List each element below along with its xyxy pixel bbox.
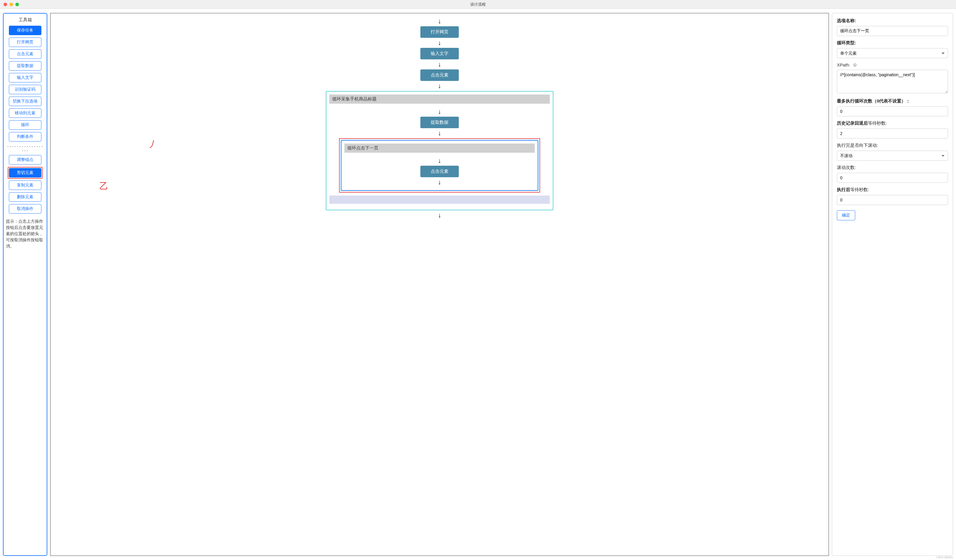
tool-copy-element[interactable]: 复制元素 [9,180,41,190]
traffic-lights [3,3,19,6]
tool-captcha[interactable]: 识别验证码 [9,85,41,94]
toolbox-panel: 工具箱 保存任务 打开网页 点击元素 提取数据 输入文字 识别验证码 切换下拉选… [3,13,47,556]
tool-click-element[interactable]: 点击元素 [9,49,41,59]
flow-canvas[interactable]: 丿 乙 ↓ 打开网页 ↓ 输入文字 ↓ 点击元素 ↓ 循环采集手机商品标题 ↓ … [50,13,829,556]
tool-move-to-element[interactable]: 移动到元素 [9,108,41,118]
inner-loop-highlight: 循环点击下一页 ↓ 点击元素 ↓ [339,138,540,193]
toolbox-title: 工具箱 [19,17,32,23]
arrow-icon[interactable]: ↓ [438,81,441,91]
tool-adjust-anchor[interactable]: 调整锚点 [9,155,41,165]
arrow-icon[interactable]: ↓ [438,38,441,48]
label-xpath-row: XPath: ☺ [837,62,948,67]
tool-cancel-operation[interactable]: 取消操作 [9,204,41,213]
tool-input-text[interactable]: 输入文字 [9,73,41,82]
tool-open-page[interactable]: 打开网页 [9,38,41,47]
content-area: 工具箱 保存任务 打开网页 点击元素 提取数据 输入文字 识别验证码 切换下拉选… [0,9,956,560]
label-history-wait: 历史记录回退后等待秒数: [837,121,948,126]
tool-switch-dropdown[interactable]: 切换下拉选项 [9,97,41,106]
titlebar: 设计流程 [0,0,956,9]
node-extract-data[interactable]: 提取数据 [420,117,459,128]
toolbox-hint: 提示：点击上方操作按钮后点击要放置元素的位置处的箭头，可按取消操作按钮取消。 [6,218,44,249]
label-scroll-after: 执行完是否向下滚动: [837,143,948,148]
close-icon[interactable] [3,3,7,6]
input-max-loop[interactable] [837,106,948,116]
window-title: 设计流程 [470,2,486,7]
tool-cut-element[interactable]: 剪切元素 [9,168,41,177]
textarea-xpath[interactable] [837,70,948,93]
select-scroll-after[interactable]: 不滚动 [837,151,948,161]
node-open-page[interactable]: 打开网页 [420,26,459,38]
arrow-icon[interactable]: ↓ [438,210,441,220]
input-history-wait[interactable] [837,129,948,138]
confirm-button[interactable]: 确定 [837,210,855,220]
outer-loop-title[interactable]: 循环采集手机商品标题 [329,94,550,104]
label-loop-type: 循环类型: [837,40,948,46]
select-loop-type[interactable]: 单个元素 [837,48,948,58]
input-option-name[interactable] [837,26,948,36]
tool-condition[interactable]: 判断条件 [9,132,41,141]
toolbox-divider: ------------------ [6,144,44,153]
smile-icon[interactable]: ☺ [852,63,857,67]
highlight-box: 剪切元素 [8,167,42,179]
tool-delete-element[interactable]: 删除元素 [9,192,41,202]
label-xpath: XPath: [837,62,850,67]
label-scroll-count: 滚动次数: [837,165,948,170]
arrow-icon[interactable]: ↓ [438,128,441,138]
minimize-icon[interactable] [9,3,13,6]
input-exec-wait[interactable] [837,195,948,205]
flow-container: ↓ 打开网页 ↓ 输入文字 ↓ 点击元素 ↓ 循环采集手机商品标题 ↓ 提取数据… [50,13,829,223]
inner-loop-box[interactable]: 循环点击下一页 ↓ 点击元素 ↓ [341,140,538,191]
outer-loop-box[interactable]: 循环采集手机商品标题 ↓ 提取数据 ↓ 循环点击下一页 ↓ 点击元素 ↓ [326,91,553,210]
tool-save-task[interactable]: 保存任务 [9,26,41,35]
label-max-loop: 最多执行循环次数（0代表不设置）： [837,98,948,104]
tool-loop[interactable]: 循环 [9,120,41,130]
arrow-icon[interactable]: ↓ [438,177,441,187]
inner-loop-title[interactable]: 循环点击下一页 [344,144,535,153]
arrow-icon[interactable]: ↓ [438,156,441,166]
app-window: 设计流程 工具箱 保存任务 打开网页 点击元素 提取数据 输入文字 识别验证码 … [0,0,956,560]
watermark: CSDN @Baby [936,556,953,559]
arrow-icon[interactable]: ↓ [438,60,441,69]
properties-panel: 选项名称: 循环类型: 单个元素 XPath: ☺ 最多执行循环次数（0代表不设… [832,13,953,556]
node-input-text[interactable]: 输入文字 [420,48,459,60]
input-scroll-count[interactable] [837,173,948,183]
node-click-element[interactable]: 点击元素 [420,69,459,81]
tool-extract-data[interactable]: 提取数据 [9,61,41,71]
arrow-icon[interactable]: ↓ [438,107,441,117]
node-click-element-inner[interactable]: 点击元素 [420,166,459,177]
maximize-icon[interactable] [16,3,19,6]
label-option-name: 选项名称: [837,18,948,24]
drop-target-bar[interactable] [329,196,550,204]
arrow-icon[interactable]: ↓ [438,16,441,26]
label-exec-wait: 执行后等待秒数: [837,187,948,193]
